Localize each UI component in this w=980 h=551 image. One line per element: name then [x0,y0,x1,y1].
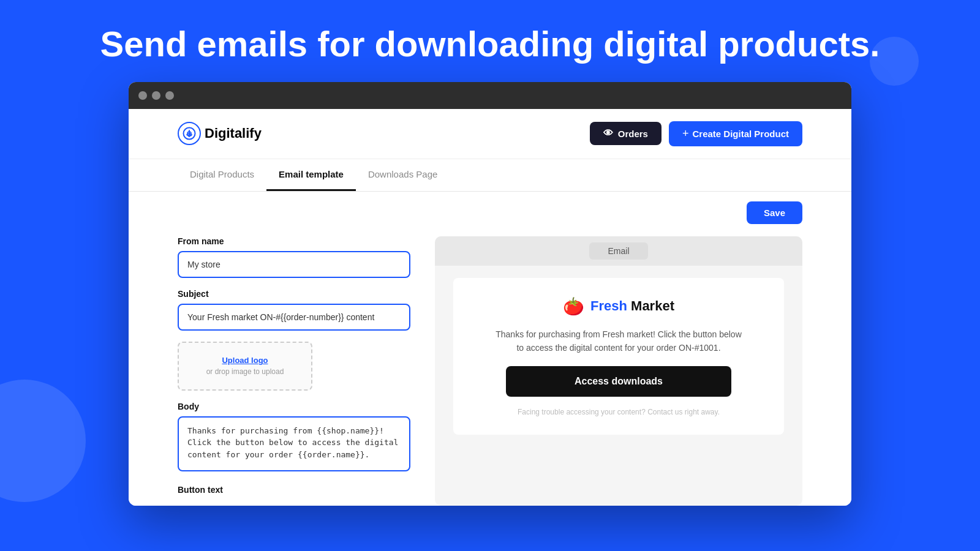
body-label: Body [178,402,410,411]
button-text-label: Button text [178,485,410,495]
preview-email-tab[interactable]: Email [589,242,647,260]
preview-tab-bar: Email [435,236,802,266]
preview-body-text: Thanks for purchasing from Fresh market!… [496,328,742,355]
logo-bold: Digital [205,126,246,141]
button-text-group: Button text [178,485,410,495]
upload-logo-link[interactable]: Upload logo [222,356,268,365]
orders-button[interactable]: 👁 Orders [590,122,662,145]
app-content: Digitalify 👁 Orders + Create Digital Pro… [129,109,851,506]
access-downloads-button[interactable]: Access downloads [506,366,731,397]
logo-icon [178,122,201,145]
upload-hint: or drop image to upload [206,367,284,376]
header-actions: 👁 Orders + Create Digital Product [590,121,802,146]
logo-upload-box[interactable]: Upload logo or drop image to upload [178,342,312,391]
browser-dot-minimize [152,91,160,100]
logo-text: Digitalify [205,126,262,141]
from-name-label: From name [178,236,410,246]
preview-panel: Email 🍅 Fresh Market Thanks for purchasi… [435,236,802,506]
main-area: From name Subject Upload logo or drop im… [129,224,851,506]
logo-area: Digitalify [178,122,262,145]
tab-email-template[interactable]: Email template [266,159,356,191]
decorative-blob-left [0,380,86,502]
save-button[interactable]: Save [747,201,802,224]
browser-window: Digitalify 👁 Orders + Create Digital Pro… [129,82,851,506]
subject-label: Subject [178,289,410,299]
app-header: Digitalify 👁 Orders + Create Digital Pro… [129,109,851,159]
from-name-input[interactable] [178,251,410,278]
preview-email-body: 🍅 Fresh Market Thanks for purchasing fro… [453,278,784,435]
preview-brand: 🍅 Fresh Market [563,296,674,317]
tab-digital-products[interactable]: Digital Products [178,159,266,191]
form-panel: From name Subject Upload logo or drop im… [178,236,410,506]
eye-icon: 👁 [603,128,613,139]
brand-fresh: Fresh [590,298,627,313]
browser-titlebar [129,82,851,109]
tab-downloads-page[interactable]: Downloads Page [356,159,450,191]
tabs-bar: Digital Products Email template Download… [129,159,851,192]
brand-tomato-icon: 🍅 [563,296,584,317]
body-field-group: Body Thanks for purchasing from {{shop.n… [178,402,410,474]
preview-trouble-text: Facing trouble accessing your content? C… [518,408,720,416]
brand-market: Market [627,298,674,313]
body-textarea[interactable]: Thanks for purchasing from {{shop.name}}… [178,416,410,471]
subject-field-group: Subject [178,289,410,331]
preview-brand-name: Fresh Market [590,298,674,314]
subject-input[interactable] [178,304,410,331]
page-headline: Send emails for downloading digital prod… [0,0,980,82]
page-background: Send emails for downloading digital prod… [0,0,980,551]
logo-upload-group: Upload logo or drop image to upload [178,342,410,391]
create-digital-product-button[interactable]: + Create Digital Product [669,121,802,146]
save-action-row: Save [129,192,851,224]
logo-light: ify [246,126,262,141]
from-name-field-group: From name [178,236,410,278]
browser-dot-maximize [165,91,174,100]
plus-icon: + [682,127,689,140]
browser-dot-close [138,91,147,100]
decorative-blob-right [870,37,919,86]
